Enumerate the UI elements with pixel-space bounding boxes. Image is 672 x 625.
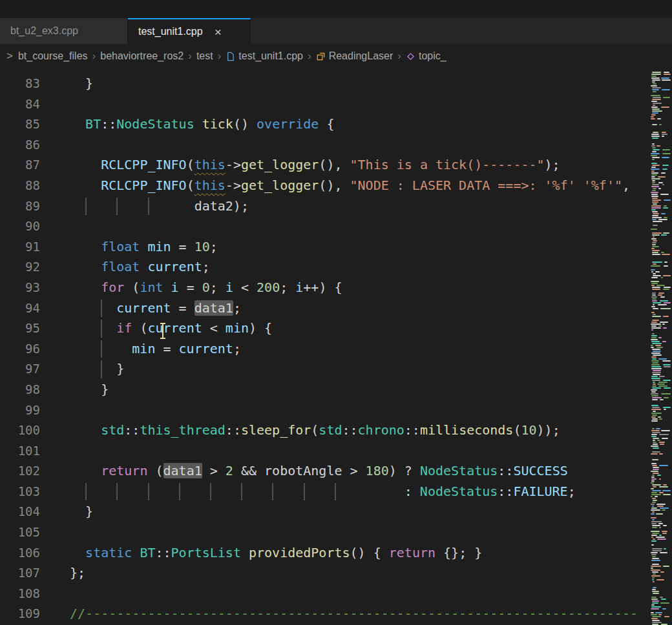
code-token: data2); <box>70 198 249 214</box>
tab-test-unit1-cpp[interactable]: test_unit1.cpp × <box>128 18 251 44</box>
code-line[interactable]: 92 float current; <box>0 257 649 278</box>
code-token: float <box>101 259 140 274</box>
tab-bt-u2-ex3-cpp[interactable]: bt_u2_ex3.cpp <box>0 18 128 44</box>
code-token: RCLCPP_INFO <box>101 157 186 172</box>
code-line[interactable]: 97 } <box>0 359 649 380</box>
breadcrumb-separator-icon: › <box>218 50 222 63</box>
code-token: ( <box>132 320 147 336</box>
code-line[interactable]: 103 : NodeStatus::FAILURE; <box>0 482 649 502</box>
breadcrumb: > bt_course_files › behaviortree_ros2 › … <box>0 44 672 68</box>
line-number[interactable]: 97 <box>0 359 40 380</box>
editor: 83 }8485 BT::NodeStatus tick() override … <box>0 68 672 625</box>
code-line[interactable]: 90 <box>0 216 649 237</box>
line-content: std::this_thread::sleep_for(std::chrono:… <box>70 420 560 441</box>
code-line[interactable]: 87 RCLCPP_INFO(this->get_logger(), "This… <box>0 155 649 176</box>
code-line[interactable]: 100 std::this_thread::sleep_for(std::chr… <box>0 420 649 441</box>
line-number[interactable]: 99 <box>0 400 40 421</box>
line-number[interactable]: 108 <box>0 584 40 604</box>
line-number[interactable]: 96 <box>0 339 40 360</box>
line-content: }; <box>70 563 85 584</box>
code-line[interactable]: 89 data2); <box>0 196 649 217</box>
line-number[interactable]: 105 <box>0 522 40 543</box>
breadcrumb-item-readinglaser[interactable]: ReadingLaser <box>316 50 394 62</box>
code-token: : <box>70 484 420 499</box>
line-content: } <box>70 359 124 380</box>
line-number[interactable]: 101 <box>0 441 40 462</box>
code-line[interactable]: 102 return (data1 > 2 && robotAngle > 18… <box>0 461 649 482</box>
symbol-field-icon <box>406 52 415 61</box>
code-line[interactable]: 108 <box>0 584 649 604</box>
code-line[interactable]: 94 current = data1; <box>0 298 649 319</box>
code-token: :: <box>498 484 513 499</box>
code-token: ; <box>210 280 226 295</box>
code-line[interactable]: 84 <box>0 94 649 115</box>
breadcrumb-item-behaviortree-ros2[interactable]: behaviortree_ros2 <box>100 50 184 62</box>
code-line[interactable]: 83 } <box>0 74 649 94</box>
code-token <box>70 157 101 172</box>
code-token: = <box>155 341 178 356</box>
breadcrumb-item-bt-course-files[interactable]: bt_course_files <box>18 50 88 62</box>
code-line[interactable]: 96 min = current; <box>0 339 649 360</box>
code-token: min <box>132 341 155 356</box>
code-token: :: <box>404 422 420 438</box>
indent-guide-line <box>335 483 336 501</box>
line-number[interactable]: 92 <box>0 257 40 278</box>
breadcrumb-item-topic[interactable]: topic_ <box>406 50 446 62</box>
code-line[interactable]: 85 BT::NodeStatus tick() override { <box>0 114 649 135</box>
line-number[interactable]: 85 <box>0 114 40 135</box>
indent-guide-line <box>179 483 180 501</box>
indent-guide-line <box>116 483 118 501</box>
line-content: min = current; <box>70 339 241 360</box>
line-number[interactable]: 83 <box>0 74 40 94</box>
code-token: ; <box>233 300 241 316</box>
line-content: float current; <box>70 257 210 278</box>
code-line[interactable]: 106 static BT::PortsList providedPorts()… <box>0 543 649 564</box>
line-content: } <box>70 74 93 94</box>
code-token: -> <box>226 178 241 193</box>
line-number[interactable]: 100 <box>0 420 40 441</box>
code-line[interactable]: 93 for (int i = 0; i < 200; i++) { <box>0 278 649 298</box>
line-number[interactable]: 90 <box>0 216 40 237</box>
code-token: } <box>70 382 109 397</box>
close-icon[interactable]: × <box>215 26 222 38</box>
code-token: ; <box>210 239 218 254</box>
code-token: ( <box>124 280 140 295</box>
line-number[interactable]: 102 <box>0 461 40 482</box>
line-number[interactable]: 104 <box>0 502 40 522</box>
line-number[interactable]: 106 <box>0 543 40 564</box>
code-line[interactable]: 88 RCLCPP_INFO(this->get_logger(), "NODE… <box>0 176 649 196</box>
minimap[interactable] <box>649 68 672 625</box>
line-number[interactable]: 94 <box>0 298 40 319</box>
code-token: } <box>70 504 93 519</box>
indent-guide-line <box>272 483 273 501</box>
code-token <box>70 239 101 254</box>
breadcrumb-item-test[interactable]: test <box>196 50 213 62</box>
code-line[interactable]: 86 <box>0 135 649 156</box>
code-line[interactable]: 109//-----------------------------------… <box>0 604 649 624</box>
breadcrumb-item-test-unit1-cpp[interactable]: test_unit1.cpp <box>226 50 303 62</box>
code-line[interactable]: 104 } <box>0 502 649 522</box>
code-token: -> <box>226 157 241 172</box>
code-line[interactable]: 91 float min = 10; <box>0 237 649 258</box>
line-number[interactable]: 103 <box>0 482 40 502</box>
code-line[interactable]: 95 if (current < min) { <box>0 318 649 339</box>
line-number[interactable]: 107 <box>0 563 40 584</box>
line-number[interactable]: 88 <box>0 176 40 196</box>
code-line[interactable]: 107}; <box>0 563 649 584</box>
code-token: "NODE : LASER DATA ===>: '%f' '%f'" <box>350 178 622 193</box>
code-line[interactable]: 99 <box>0 400 649 421</box>
line-number[interactable]: 93 <box>0 278 40 298</box>
line-number[interactable]: 86 <box>0 135 40 156</box>
code-line[interactable]: 101 <box>0 441 649 462</box>
line-number[interactable]: 95 <box>0 318 40 339</box>
code-line[interactable]: 98 } <box>0 380 649 400</box>
code-token: } <box>70 76 93 91</box>
line-number[interactable]: 91 <box>0 237 40 258</box>
code-token: ; <box>280 280 295 295</box>
line-number[interactable]: 109 <box>0 604 40 624</box>
code-line[interactable]: 105 <box>0 522 649 543</box>
line-number[interactable]: 84 <box>0 94 40 115</box>
line-number[interactable]: 87 <box>0 155 40 176</box>
line-number[interactable]: 89 <box>0 196 40 217</box>
line-number[interactable]: 98 <box>0 380 40 400</box>
